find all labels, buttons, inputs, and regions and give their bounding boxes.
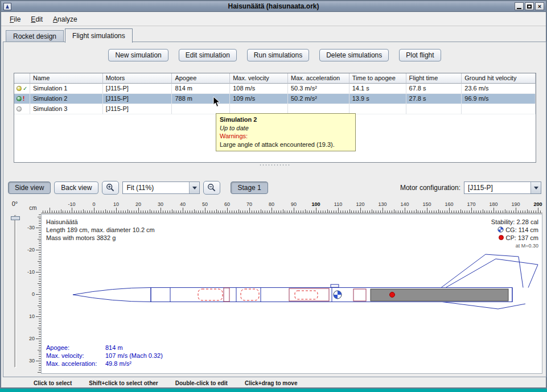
status-hint: Shift+click to select other bbox=[89, 380, 158, 386]
h-ruler-label: 80 bbox=[269, 201, 274, 207]
window-title: Haisunäätä (haisunaata.ork) bbox=[1, 2, 546, 10]
fin bbox=[441, 254, 523, 288]
tab-rocket-design[interactable]: Rocket design bbox=[6, 30, 64, 42]
tooltip-title: Simulation 2 bbox=[220, 115, 352, 124]
back-view-button[interactable]: Back view bbox=[54, 181, 98, 194]
cg-icon bbox=[497, 226, 504, 233]
max-acceleration-label: Max. acceleration: bbox=[46, 360, 105, 368]
stability-info: Stability: 2.28 cal CG: 114 cm CP: 137 c… bbox=[491, 218, 538, 250]
rotation-slider-thumb[interactable] bbox=[11, 216, 20, 220]
view-toolbar: Side view Back view Fit (11%) bbox=[8, 180, 541, 196]
cell bbox=[349, 104, 406, 114]
chevron-down-icon bbox=[189, 182, 199, 193]
h-ruler-label: 50 bbox=[202, 201, 208, 207]
cell: 108 m/s bbox=[230, 84, 288, 94]
status-ball-icon bbox=[17, 86, 22, 91]
h-ruler-label: 160 bbox=[445, 201, 453, 207]
menubar: FileEditAnalyze bbox=[1, 13, 546, 26]
fin bbox=[442, 302, 525, 310]
cell: 23.6 m/s bbox=[462, 84, 536, 94]
rotation-slider[interactable] bbox=[14, 215, 17, 368]
column-header-max-velocity[interactable]: Max. velocity bbox=[230, 73, 288, 84]
motor-configuration-label: Motor configuration: bbox=[400, 184, 460, 192]
h-ruler-label: 30 bbox=[158, 201, 163, 207]
cell bbox=[406, 104, 462, 114]
parachute-component bbox=[289, 288, 329, 301]
nose-cone bbox=[73, 288, 151, 302]
column-header-name[interactable]: Name bbox=[30, 73, 103, 84]
h-ruler-label: 110 bbox=[334, 201, 342, 207]
h-ruler-label: 190 bbox=[511, 201, 520, 207]
maximize-icon bbox=[527, 5, 532, 9]
h-ruler-label: 0 bbox=[92, 201, 95, 207]
ruler-unit-label: cm bbox=[26, 205, 40, 211]
menu-file[interactable]: File bbox=[5, 14, 26, 25]
delete-simulations-button[interactable]: Delete simulations bbox=[319, 49, 389, 61]
tab-flight-simulations[interactable]: Flight simulations bbox=[65, 28, 133, 43]
run-simulations-button[interactable]: Run simulations bbox=[247, 49, 309, 61]
cell: 67.8 s bbox=[406, 84, 462, 94]
h-ruler-label: 40 bbox=[180, 201, 186, 207]
h-ruler-label: -10 bbox=[68, 201, 75, 207]
status-mark-icon: ! bbox=[23, 96, 24, 101]
table-row[interactable]: ✓Simulation 1[J115-P]814 m108 m/s50.3 m/… bbox=[14, 84, 536, 94]
mouse-cursor bbox=[213, 96, 221, 108]
rocket-canvas[interactable]: Haisunäätä Length 189 cm, max. diameter … bbox=[41, 214, 542, 374]
close-button[interactable]: × bbox=[535, 2, 544, 10]
tooltip-status: Up to date bbox=[220, 124, 352, 133]
cg-marker bbox=[334, 291, 342, 299]
v-ruler-label: 20 bbox=[29, 336, 35, 341]
minimize-button[interactable] bbox=[515, 2, 524, 10]
table-body: ✓Simulation 1[J115-P]814 m108 m/s50.3 m/… bbox=[14, 84, 536, 114]
column-header-flight-time[interactable]: Flight time bbox=[406, 73, 462, 84]
stage-1-toggle[interactable]: Stage 1 bbox=[231, 181, 268, 194]
h-ruler-label: 180 bbox=[489, 201, 497, 207]
menu-analyze[interactable]: Analyze bbox=[48, 14, 83, 25]
status-hint: Click to select bbox=[34, 380, 72, 386]
v-ruler-label: -20 bbox=[27, 247, 35, 253]
column-header-motors[interactable]: Motors bbox=[103, 73, 172, 84]
status-cell: ✓ bbox=[14, 84, 30, 94]
chevron-down-icon bbox=[530, 182, 541, 193]
launch-lug bbox=[331, 284, 339, 287]
h-ruler-label: 130 bbox=[378, 201, 386, 207]
h-ruler-label: 20 bbox=[135, 201, 141, 207]
rocket-mass: Mass with motors 3832 g bbox=[46, 234, 155, 242]
new-simulation-button[interactable]: New simulation bbox=[108, 49, 168, 61]
menu-edit[interactable]: Edit bbox=[26, 14, 48, 25]
fin bbox=[446, 259, 538, 288]
column-header-max-acceleration[interactable]: Max. acceleration bbox=[288, 73, 349, 84]
zoom-out-button[interactable] bbox=[203, 181, 220, 195]
side-view-button[interactable]: Side view bbox=[8, 181, 51, 194]
h-ruler-label: 90 bbox=[291, 201, 297, 207]
cell: 109 m/s bbox=[230, 94, 288, 104]
zoom-select[interactable]: Fit (11%) bbox=[122, 181, 200, 194]
motor-configuration-select[interactable]: [J115-P] bbox=[464, 181, 541, 194]
plot-flight-button[interactable]: Plot flight bbox=[399, 49, 441, 61]
cell: 50.3 m/s² bbox=[288, 84, 349, 94]
column-header-status[interactable] bbox=[14, 73, 30, 84]
maximize-button[interactable] bbox=[525, 2, 534, 10]
zoom-in-button[interactable] bbox=[102, 181, 119, 195]
v-ruler-label: -10 bbox=[27, 269, 35, 275]
h-ruler-label: 150 bbox=[422, 201, 431, 207]
status-ball-icon bbox=[17, 106, 22, 112]
status-cell: ! bbox=[14, 94, 30, 104]
table-row[interactable]: !Simulation 2[J115-P]788 m109 m/s50.2 m/… bbox=[14, 94, 536, 104]
cell: 814 m bbox=[172, 84, 230, 94]
h-ruler-label: 140 bbox=[400, 201, 409, 207]
split-handle[interactable] bbox=[259, 164, 291, 166]
edit-simulation-button[interactable]: Edit simulation bbox=[179, 49, 237, 61]
cell: 27.8 s bbox=[406, 94, 462, 104]
column-header-time-to-apogee[interactable]: Time to apogee bbox=[349, 73, 406, 84]
column-header-apogee[interactable]: Apogee bbox=[172, 73, 230, 84]
v-ruler-label: 30 bbox=[29, 358, 35, 364]
rocket-name: Haisunäätä bbox=[46, 218, 155, 226]
column-header-ground-hit-velocity[interactable]: Ground hit velocity bbox=[462, 73, 536, 84]
tooltip-warnings-label: Warnings: bbox=[220, 132, 352, 141]
h-ruler: -100102030405060708090100110120130140150… bbox=[41, 201, 542, 213]
cell: [J115-P] bbox=[103, 94, 172, 104]
status-hint: Double-click to edit bbox=[175, 380, 228, 386]
titlebar[interactable]: Haisunäätä (haisunaata.ork) × bbox=[1, 1, 546, 12]
status-cell bbox=[14, 104, 30, 114]
